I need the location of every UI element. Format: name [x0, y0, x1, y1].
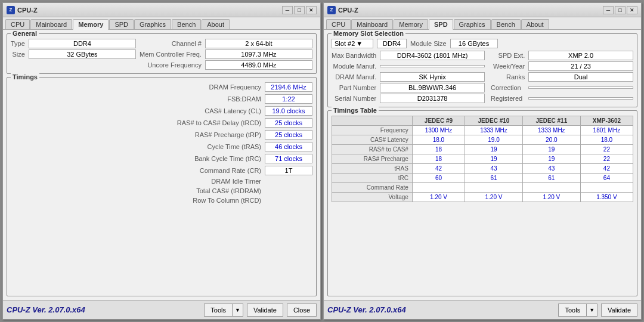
row-cl-j11: 20.0	[522, 135, 580, 145]
close-button-2[interactable]: ✕	[627, 6, 637, 14]
timing-value-6: 71 clocks	[265, 154, 312, 163]
row-label-vdd: Voltage	[332, 193, 413, 202]
window1-controls: ─ □ ✕	[282, 6, 317, 14]
title-bar-left-1: Z CPU-Z	[7, 6, 38, 14]
timing-row-6: Bank Cycle Time (tRC) 71 clocks	[11, 154, 312, 163]
timings-table: JEDEC #9 JEDEC #10 JEDEC #11 XMP-3602 Fr…	[332, 116, 633, 202]
slot-select-value: Slot #2	[335, 40, 355, 47]
row-tras-xmp: 42	[580, 164, 633, 174]
tab-cpu-1[interactable]: CPU	[5, 19, 30, 29]
row-trcd-j11: 19	[522, 145, 580, 154]
validate-button-2[interactable]: Validate	[601, 304, 637, 317]
timing-label-7: Command Rate (CR)	[11, 167, 261, 174]
table-row-trcd: RAS# to CAS# 18 19 19 22	[332, 145, 633, 154]
title-bar-1: Z CPU-Z ─ □ ✕	[3, 3, 320, 17]
row-label-trc: tRC	[332, 174, 413, 183]
module-manuf-label: Module Manuf.	[332, 63, 376, 70]
uncore-value: 4489.0 MHz	[205, 60, 312, 70]
row-trc-j9: 60	[412, 174, 465, 183]
tab-memory-2[interactable]: Memory	[394, 19, 428, 29]
module-size-value: 16 GBytes	[450, 39, 498, 48]
ranks-label: Ranks	[488, 73, 525, 80]
ranks-value: Dual	[528, 72, 633, 82]
part-number-value: BL.9BWWR.346	[380, 83, 485, 92]
timing-row-2: CAS# Latency (CL) 19.0 clocks	[11, 106, 312, 116]
row-label-trp: RAS# Precharge	[332, 154, 413, 164]
tools-dropdown-2[interactable]: ▼	[587, 304, 597, 317]
tab-about-2[interactable]: About	[521, 19, 549, 29]
table-row-cl: CAS# Latency 18.0 19.0 20.0 18.0	[332, 135, 633, 145]
timing-label-8: DRAM Idle Timer	[11, 178, 261, 185]
validate-button-1[interactable]: Validate	[247, 304, 283, 317]
tab-bench-2[interactable]: Bench	[491, 19, 521, 29]
row-cr-j9	[412, 183, 465, 193]
row-trp-j9: 18	[412, 154, 465, 164]
slot-row: Slot #2 ▼ DDR4 Module Size 16 GBytes	[332, 39, 633, 48]
tools-dropdown-1[interactable]: ▼	[233, 304, 243, 317]
tab-mainboard-2[interactable]: Mainboard	[351, 19, 393, 29]
row-freq-j11: 1333 MHz	[522, 126, 580, 135]
minimize-button-2[interactable]: ─	[603, 6, 614, 14]
window1-content: General Type DDR4 Channel # 2 x 64-bit S…	[3, 30, 320, 300]
tab-bench-1[interactable]: Bench	[172, 19, 201, 29]
timing-value-10	[265, 200, 312, 201]
module-manuf-value	[380, 65, 485, 67]
row-freq-j9: 1300 MHz	[412, 126, 465, 135]
timing-row-1: FSB:DRAM 1:22	[11, 94, 312, 104]
maximize-button-1[interactable]: □	[294, 6, 305, 14]
timing-value-7: 1T	[265, 166, 312, 175]
table-row-cr: Command Rate	[332, 183, 633, 193]
uncore-label: Uncore Frequency	[140, 61, 202, 69]
tab-spd-2[interactable]: SPD	[429, 19, 453, 30]
col-header-jedec9: JEDEC #9	[412, 116, 465, 126]
window1-bottom: CPU-Z Ver. 2.07.0.x64 Tools ▼ Validate C…	[3, 300, 320, 319]
row-cr-xmp	[580, 183, 633, 193]
tab-memory-1[interactable]: Memory	[73, 19, 109, 30]
dram-manuf-value: SK Hynix	[380, 72, 485, 82]
timing-label-3: RAS# to CAS# Delay (tRCD)	[11, 119, 261, 126]
type-label: Type	[11, 40, 25, 47]
row-trp-j10: 19	[465, 154, 523, 164]
row-freq-xmp: 1801 MHz	[580, 126, 633, 135]
timing-value-1: 1:22	[265, 94, 312, 104]
close-button-1[interactable]: ✕	[306, 6, 317, 14]
tools-button-1[interactable]: Tools	[204, 304, 233, 317]
tools-button-2[interactable]: Tools	[558, 304, 587, 317]
timing-row-3: RAS# to CAS# Delay (tRCD) 25 clocks	[11, 118, 312, 128]
timing-row-10: Row To Column (tRCD)	[11, 197, 312, 204]
col-header-xmp: XMP-3602	[580, 116, 633, 126]
row-trc-xmp: 64	[580, 174, 633, 183]
window2-controls: ─ □ ✕	[603, 6, 637, 14]
slot-select[interactable]: Slot #2 ▼	[332, 39, 373, 48]
minimize-button-1[interactable]: ─	[282, 6, 293, 14]
tab-mainboard-1[interactable]: Mainboard	[30, 19, 72, 29]
timing-value-8	[265, 181, 312, 182]
tab-about-1[interactable]: About	[202, 19, 230, 29]
timing-row-8: DRAM Idle Timer	[11, 178, 312, 185]
timing-value-0: 2194.6 MHz	[265, 82, 312, 92]
tab-spd-1[interactable]: SPD	[109, 19, 134, 29]
module-size-label: Module Size	[410, 40, 447, 47]
app-icon-2: Z	[327, 6, 336, 14]
tab-graphics-2[interactable]: Graphics	[454, 19, 491, 29]
tab-graphics-1[interactable]: Graphics	[134, 19, 171, 29]
tab-bar-2: CPU Mainboard Memory SPD Graphics Bench …	[324, 17, 641, 30]
timing-row-0: DRAM Frequency 2194.6 MHz	[11, 82, 312, 92]
row-trcd-xmp: 22	[580, 145, 633, 154]
timing-value-5: 46 clocks	[265, 142, 312, 151]
tab-cpu-2[interactable]: CPU	[326, 19, 351, 29]
tools-btn-group-2: Tools ▼	[558, 304, 597, 317]
row-label-tras: tRAS	[332, 164, 413, 174]
size-value: 32 GBytes	[29, 49, 136, 59]
window1: Z CPU-Z ─ □ ✕ CPU Mainboard Memory SPD G…	[2, 2, 321, 320]
timings-group: Timings DRAM Frequency 2194.6 MHz FSB:DR…	[7, 77, 317, 296]
table-row-tras: tRAS 42 43 43 42	[332, 164, 633, 174]
timing-label-10: Row To Column (tRCD)	[11, 197, 261, 204]
table-row-vdd: Voltage 1.20 V 1.20 V 1.20 V 1.350 V	[332, 193, 633, 202]
table-row-trc: tRC 60 61 61 64	[332, 174, 633, 183]
slot-type-value: DDR4	[377, 39, 407, 48]
maximize-button-2[interactable]: □	[615, 6, 626, 14]
timing-label-9: Total CAS# (tRDRAM)	[11, 187, 261, 194]
max-bw-label: Max Bandwidth	[332, 52, 376, 59]
close-button-1-bar[interactable]: Close	[287, 304, 317, 317]
